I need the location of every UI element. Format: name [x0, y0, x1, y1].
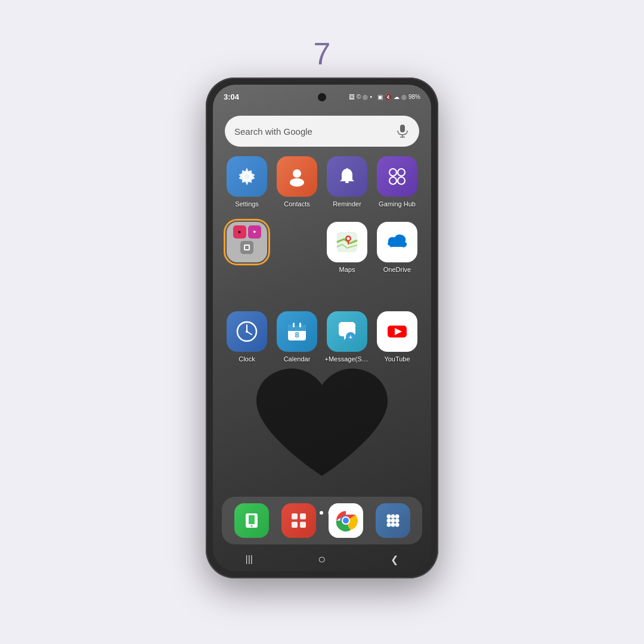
svg-point-9	[398, 169, 405, 176]
phone-wrapper: 3:04 🖼 © ◎ • ▣ 🔇 ☁ ◎ 98% Search with Goo…	[206, 78, 438, 578]
app-message-label: +Message(SM...	[325, 355, 370, 363]
app-calendar[interactable]: 8 Calendar	[274, 311, 320, 363]
page-number: 7	[314, 36, 331, 72]
svg-rect-37	[300, 522, 306, 528]
dock-bixby[interactable]	[281, 503, 316, 538]
status-time: 3:04	[224, 92, 239, 101]
svg-point-15	[347, 237, 350, 240]
app-maps[interactable]: Maps	[324, 222, 370, 273]
app-onedrive-label: OneDrive	[383, 266, 411, 273]
app-maps-label: Maps	[339, 266, 355, 273]
app-gaming-label: Gaming Hub	[379, 200, 416, 208]
search-mic-icon[interactable]	[395, 124, 410, 138]
dock-phone[interactable]	[234, 503, 269, 538]
svg-point-8	[389, 169, 397, 176]
svg-point-50	[395, 523, 399, 527]
app-youtube-label: YouTube	[384, 355, 410, 363]
phone-outer: 3:04 🖼 © ◎ • ▣ 🔇 ☁ ◎ 98% Search with Goo…	[206, 78, 438, 578]
app-reminder-label: Reminder	[333, 200, 361, 208]
app-folder[interactable]: ● ✦	[224, 222, 270, 273]
svg-point-7	[346, 168, 348, 171]
app-contacts-label: Contacts	[284, 200, 309, 208]
svg-rect-35	[300, 513, 306, 519]
svg-point-43	[391, 515, 395, 519]
app-onedrive[interactable]: OneDrive	[374, 222, 420, 273]
svg-rect-6	[345, 181, 349, 183]
dock	[222, 497, 422, 544]
search-bar[interactable]: Search with Google	[225, 116, 419, 147]
svg-point-4	[293, 169, 301, 178]
svg-rect-36	[292, 522, 298, 528]
svg-point-48	[386, 523, 391, 527]
svg-point-41	[343, 518, 349, 524]
svg-point-49	[391, 523, 395, 527]
app-contacts[interactable]: Contacts	[274, 156, 320, 208]
svg-line-20	[247, 332, 252, 335]
svg-point-44	[395, 515, 399, 519]
svg-point-11	[398, 177, 405, 184]
svg-point-42	[386, 515, 391, 519]
svg-text:8: 8	[295, 330, 299, 339]
phone-screen: 3:04 🖼 © ◎ • ▣ 🔇 ☁ ◎ 98% Search with Goo…	[213, 85, 431, 571]
app-reminder[interactable]: Reminder	[324, 156, 370, 208]
svg-point-45	[386, 519, 391, 523]
svg-rect-25	[299, 323, 301, 327]
svg-rect-24	[293, 323, 295, 327]
svg-rect-32	[249, 515, 255, 524]
nav-back[interactable]: ❮	[391, 554, 398, 565]
app-clock[interactable]: Clock	[224, 311, 270, 363]
nav-home[interactable]: ○	[318, 552, 326, 567]
app-calendar-label: Calendar	[284, 355, 311, 363]
app-clock-label: Clock	[239, 355, 255, 363]
app-youtube[interactable]: YouTube	[374, 311, 420, 363]
dock-chrome[interactable]	[329, 503, 363, 538]
app-settings[interactable]: Settings	[224, 156, 270, 208]
svg-rect-0	[400, 125, 405, 132]
nav-recents[interactable]: |||	[246, 554, 253, 565]
svg-point-5	[290, 178, 304, 187]
app-message[interactable]: + +Message(SM...	[324, 311, 370, 363]
svg-point-47	[395, 519, 399, 523]
app-gaming-hub[interactable]: Gaming Hub	[374, 156, 420, 208]
status-bar: 3:04 🖼 © ◎ • ▣ 🔇 ☁ ◎ 98%	[213, 85, 431, 109]
nav-bar: ||| ○ ❮	[213, 547, 431, 571]
svg-rect-34	[292, 513, 298, 519]
svg-point-46	[391, 519, 395, 523]
status-icons: 🖼 © ◎ • ▣ 🔇 ☁ ◎ 98%	[349, 94, 420, 100]
svg-point-33	[250, 525, 252, 527]
search-placeholder: Search with Google	[234, 126, 395, 137]
svg-text:+: +	[349, 333, 352, 340]
svg-point-10	[389, 177, 397, 184]
app-settings-label: Settings	[235, 200, 259, 208]
dock-apps[interactable]	[376, 503, 410, 538]
app-empty	[274, 222, 320, 273]
